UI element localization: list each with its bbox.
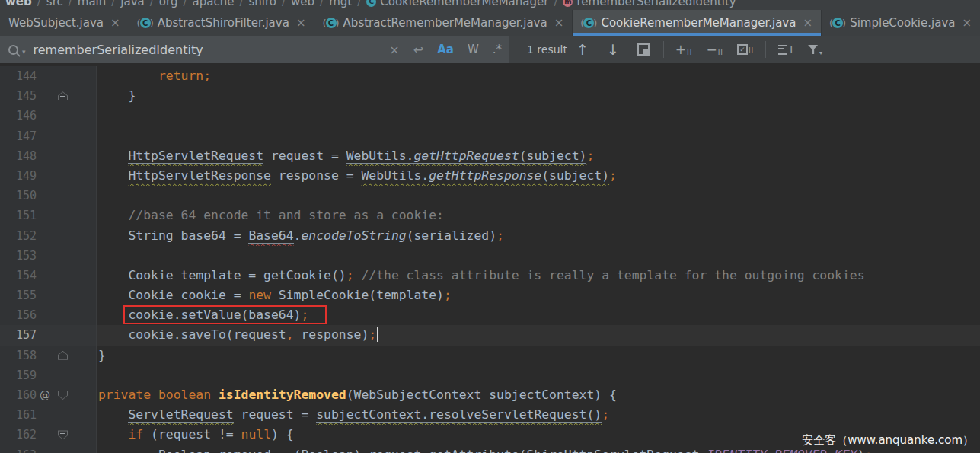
fold-marker-icon[interactable] xyxy=(58,391,68,400)
code-text[interactable]: HttpServletRequest request = WebUtils.ge… xyxy=(97,146,980,166)
previous-occurrence-button[interactable]: ↑ xyxy=(576,41,589,58)
breadcrumb-item[interactable]: org xyxy=(159,0,178,8)
select-all-occurrences-button[interactable]: ✓II xyxy=(737,44,754,55)
breadcrumb-item[interactable]: web xyxy=(291,0,314,8)
code-text[interactable] xyxy=(97,186,980,206)
code-line[interactable]: 161 ServletRequest request = subjectCont… xyxy=(0,405,980,425)
code-text[interactable]: cookie.saveTo(request, response); xyxy=(97,325,980,345)
code-editor[interactable]: 144 return;145 }146147148 HttpServletReq… xyxy=(0,63,980,453)
filter-button[interactable]: ▾ xyxy=(808,43,822,56)
code-line[interactable]: 155 Cookie cookie = new SimpleCookie(tem… xyxy=(0,286,980,305)
line-number[interactable]: 150 xyxy=(0,186,37,206)
tab-abstractremembermemanager-java[interactable]: (C)AbstractRememberMeManager.java× xyxy=(314,10,573,36)
code-line[interactable]: 148 HttpServletRequest request = WebUtil… xyxy=(0,146,980,166)
line-number[interactable]: 151 xyxy=(0,206,37,225)
line-number[interactable]: 152 xyxy=(0,226,37,246)
search-icon[interactable] xyxy=(8,45,18,55)
code-text[interactable]: HttpServletResponse response = WebUtils.… xyxy=(97,166,980,186)
code-line[interactable]: 156 cookie.setValue(base64); xyxy=(0,305,980,325)
code-line[interactable]: 158} xyxy=(0,346,980,365)
code-text[interactable]: return; xyxy=(97,66,980,86)
close-icon[interactable]: × xyxy=(803,18,812,29)
line-number[interactable]: 147 xyxy=(0,126,37,146)
line-number[interactable]: 161 xyxy=(0,405,37,425)
search-input[interactable]: ▾ rememberSerializedIdentity × ↩ Aa W .* xyxy=(0,36,509,63)
line-number[interactable]: 155 xyxy=(0,286,37,305)
newline-icon[interactable]: ↩ xyxy=(413,43,423,57)
open-in-find-window-button[interactable] xyxy=(637,43,650,56)
line-number[interactable]: 163 xyxy=(0,445,37,453)
code-line[interactable]: 146 xyxy=(0,106,980,126)
code-text[interactable] xyxy=(97,246,980,266)
line-number[interactable]: 159 xyxy=(0,365,37,385)
code-token: ; xyxy=(865,448,873,453)
code-line[interactable]: 150 xyxy=(0,186,980,206)
breadcrumb-item[interactable]: java xyxy=(120,0,144,8)
tab-abstractshirofilter-java[interactable]: (C)AbstractShiroFilter.java× xyxy=(129,10,315,36)
code-text[interactable] xyxy=(97,126,980,146)
code-line[interactable]: 149 HttpServletResponse response = WebUt… xyxy=(0,166,980,186)
tab-simplecookie-java[interactable]: (C)SimpleCookie.java× xyxy=(822,10,980,36)
line-number[interactable]: 154 xyxy=(0,266,37,286)
close-icon[interactable]: × xyxy=(554,18,564,29)
tab-cookieremembermemanager-java[interactable]: (C)CookieRememberMeManager.java× xyxy=(573,10,822,36)
add-occurrence-button[interactable]: +II xyxy=(675,42,693,57)
close-icon[interactable]: × xyxy=(962,18,972,29)
code-text[interactable]: private boolean isIdentityRemoved(WebSub… xyxy=(97,385,980,405)
fold-marker-icon[interactable] xyxy=(58,430,68,439)
tab-websubject-java[interactable]: WebSubject.java× xyxy=(0,10,129,36)
match-case-button[interactable]: Aa xyxy=(437,43,454,56)
line-number[interactable]: 160 xyxy=(0,385,37,405)
words-button[interactable]: W xyxy=(468,43,479,56)
fold-marker-icon[interactable] xyxy=(58,91,68,100)
line-number[interactable]: 157 xyxy=(0,325,37,345)
breadcrumb-item[interactable]: main xyxy=(78,0,106,8)
line-number[interactable]: 146 xyxy=(0,106,37,126)
line-number[interactable]: 149 xyxy=(0,166,37,186)
code-text[interactable]: Cookie cookie = new SimpleCookie(templat… xyxy=(97,286,980,305)
code-line[interactable]: 145 } xyxy=(0,86,980,106)
code-line[interactable]: 151 //base 64 encode it and store as a c… xyxy=(0,206,980,225)
breadcrumb-item[interactable]: CCookieRememberMeManager xyxy=(366,0,548,8)
code-text[interactable]: } xyxy=(97,86,980,106)
code-text[interactable] xyxy=(97,365,980,385)
line-number[interactable]: 144 xyxy=(0,66,37,86)
breadcrumb-item[interactable]: web xyxy=(5,0,32,8)
breadcrumb-item[interactable]: apache xyxy=(193,0,235,8)
code-line[interactable]: 147 xyxy=(0,126,980,146)
search-options-button[interactable]: I xyxy=(778,44,793,56)
code-text[interactable] xyxy=(97,106,980,126)
code-line[interactable]: 160@private boolean isIdentityRemoved(We… xyxy=(0,385,980,405)
code-line[interactable]: 153 xyxy=(0,246,980,266)
code-text[interactable]: } xyxy=(97,346,980,365)
code-line[interactable]: 157 cookie.saveTo(request, response); xyxy=(0,325,980,345)
code-line[interactable]: 144 return; xyxy=(0,66,980,86)
close-icon[interactable]: × xyxy=(296,18,306,29)
code-line[interactable]: 154 Cookie template = getCookie(); //the… xyxy=(0,266,980,286)
line-number[interactable]: 153 xyxy=(0,246,37,266)
code-line[interactable]: 152 String base64 = Base64.encodeToStrin… xyxy=(0,226,980,246)
code-text[interactable]: cookie.setValue(base64); xyxy=(97,305,980,325)
remove-occurrence-button[interactable]: −II xyxy=(706,42,723,57)
search-query-text[interactable]: rememberSerializedIdentity xyxy=(34,43,383,57)
breadcrumb-item[interactable]: mgt xyxy=(329,0,352,8)
code-text[interactable]: //base 64 encode it and store as a cooki… xyxy=(97,206,980,225)
breadcrumb-item[interactable]: src xyxy=(46,0,63,8)
clear-search-icon[interactable]: × xyxy=(389,43,399,57)
code-text[interactable]: Cookie template = getCookie(); //the cla… xyxy=(97,266,980,286)
close-icon[interactable]: × xyxy=(110,18,120,29)
line-number[interactable]: 156 xyxy=(0,305,37,325)
code-text[interactable]: String base64 = Base64.encodeToString(se… xyxy=(97,226,980,246)
search-history-chevron-icon[interactable]: ▾ xyxy=(22,48,26,56)
line-number[interactable]: 158 xyxy=(0,346,37,365)
line-number[interactable]: 162 xyxy=(0,425,37,445)
line-number[interactable]: 148 xyxy=(0,146,37,166)
line-number[interactable]: 145 xyxy=(0,86,37,106)
regex-button[interactable]: .* xyxy=(493,43,502,56)
code-text[interactable]: ServletRequest request = subjectContext.… xyxy=(97,405,980,425)
next-occurrence-button[interactable]: ↓ xyxy=(607,41,619,58)
fold-marker-icon[interactable] xyxy=(58,351,68,360)
breadcrumb-item[interactable]: mrememberSerializedIdentity xyxy=(563,0,736,8)
breadcrumb-item[interactable]: shiro xyxy=(248,0,276,8)
code-line[interactable]: 159 xyxy=(0,365,980,385)
